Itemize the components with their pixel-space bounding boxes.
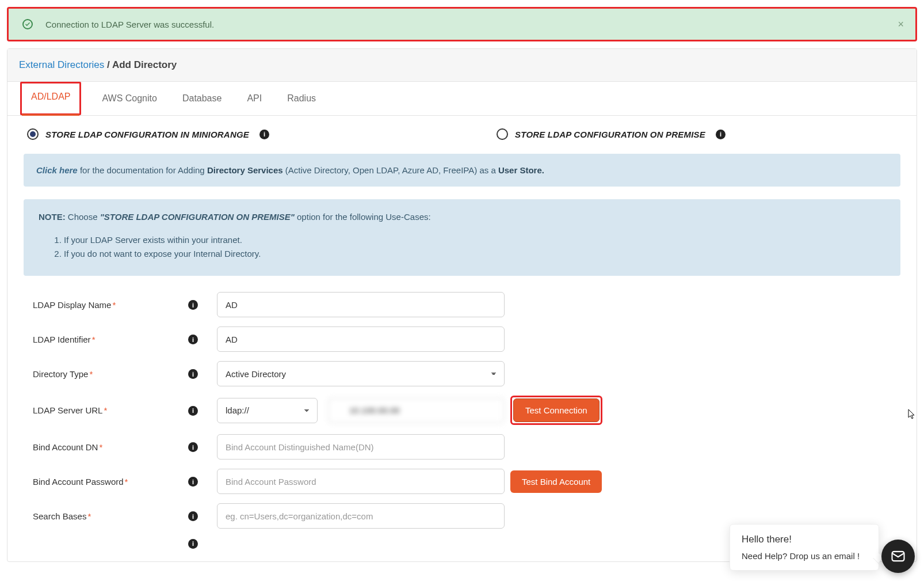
row-directory-type: Directory Type* i Active Directory	[24, 361, 900, 386]
row-bind-pw: Bind Account Password* i Test Bind Accou…	[24, 469, 900, 494]
input-bind-dn[interactable]	[217, 434, 505, 460]
radio-icon[interactable]	[27, 128, 39, 140]
note-banner: NOTE: Choose "STORE LDAP CONFIGURATION O…	[24, 199, 900, 276]
test-connection-highlight: Test Connection	[510, 396, 602, 425]
panel-header: External Directories / Add Directory	[7, 49, 917, 82]
chat-line-1: Hello there!	[742, 534, 867, 545]
note-item: If you do not want to expose your Intern…	[64, 247, 885, 261]
breadcrumb-sep: /	[104, 59, 112, 70]
info-icon[interactable]: i	[188, 511, 198, 521]
label-server-url: LDAP Server URL*	[33, 405, 182, 415]
label-directory-type: Directory Type*	[33, 369, 182, 379]
select-directory-type[interactable]: Active Directory	[217, 361, 505, 386]
chat-tooltip: Hello there! Need Help? Drop us an email…	[730, 524, 879, 569]
tab-ad-ldap[interactable]: AD/LDAP	[20, 82, 81, 115]
radio-miniorange[interactable]: STORE LDAP CONFIGURATION IN MINIORANGE i	[27, 128, 269, 140]
directory-panel: External Directories / Add Directory AD/…	[7, 48, 917, 562]
radio-icon[interactable]	[497, 128, 508, 140]
tab-database[interactable]: Database	[178, 82, 227, 115]
tab-bar: AD/LDAP AWS Cognito Database API Radius	[7, 82, 917, 116]
row-bind-dn: Bind Account DN* i	[24, 434, 900, 460]
radio-on-premise-label: STORE LDAP CONFIGURATION ON PREMISE	[515, 130, 705, 139]
tab-api[interactable]: API	[242, 82, 266, 115]
radio-miniorange-label: STORE LDAP CONFIGURATION IN MINIORANGE	[45, 130, 249, 139]
click-here-link[interactable]: Click here	[36, 165, 78, 175]
label-identifier: LDAP Identifier*	[33, 335, 182, 344]
close-icon[interactable]: ×	[898, 18, 904, 31]
breadcrumb-parent[interactable]: External Directories	[19, 59, 104, 70]
info-icon[interactable]: i	[188, 539, 198, 549]
test-bind-button[interactable]: Test Bind Account	[510, 470, 602, 493]
radio-on-premise[interactable]: STORE LDAP CONFIGURATION ON PREMISE i	[497, 128, 726, 140]
label-display-name: LDAP Display Name*	[33, 300, 182, 310]
note-choose: Choose	[66, 212, 100, 222]
input-bind-pw[interactable]	[217, 469, 505, 494]
input-search-bases[interactable]	[217, 503, 505, 529]
config-location-radios: STORE LDAP CONFIGURATION IN MINIORANGE i…	[24, 128, 900, 140]
label-search-bases: Search Bases*	[33, 511, 182, 521]
cursor-icon	[908, 409, 916, 422]
select-protocol[interactable]: ldap://	[217, 398, 318, 423]
row-identifier: LDAP Identifier* i	[24, 326, 900, 352]
note-label: NOTE:	[39, 212, 66, 222]
banner-text: (Active Directory, Open LDAP, Azure AD, …	[283, 165, 498, 175]
breadcrumb-current: Add Directory	[112, 59, 177, 70]
note-tail: option for the following Use-Cases:	[295, 212, 431, 222]
tab-radius[interactable]: Radius	[282, 82, 320, 115]
note-item: If your LDAP Server exists within your i…	[64, 233, 885, 247]
doc-info-banner: Click here for the documentation for Add…	[24, 154, 900, 187]
banner-strong: User Store.	[498, 165, 544, 175]
input-display-name[interactable]	[217, 292, 505, 317]
info-icon[interactable]: i	[259, 130, 269, 139]
tab-aws-cognito[interactable]: AWS Cognito	[97, 82, 161, 115]
chat-fab-button[interactable]	[881, 540, 915, 569]
row-display-name: LDAP Display Name* i	[24, 292, 900, 317]
chat-line-2: Need Help? Drop us an email !	[742, 551, 867, 561]
row-server-url: LDAP Server URL* i ldap:// Test Connecti…	[24, 396, 900, 425]
label-bind-dn: Bind Account DN*	[33, 442, 182, 452]
alert-message: Connection to LDAP Server was successful…	[45, 20, 214, 29]
banner-text: for the documentation for Adding	[78, 165, 207, 175]
note-list: If your LDAP Server exists within your i…	[64, 233, 885, 261]
check-circle-icon	[22, 19, 33, 29]
test-connection-button[interactable]: Test Connection	[513, 398, 600, 422]
banner-strong: Directory Services	[207, 165, 283, 175]
info-icon[interactable]: i	[188, 442, 198, 452]
input-identifier[interactable]	[217, 326, 505, 352]
info-icon[interactable]: i	[716, 130, 726, 139]
input-server-host[interactable]	[328, 398, 505, 423]
breadcrumb: External Directories / Add Directory	[19, 59, 905, 71]
info-icon[interactable]: i	[188, 477, 198, 487]
mail-icon	[890, 548, 906, 564]
info-icon[interactable]: i	[188, 300, 198, 310]
success-alert: Connection to LDAP Server was successful…	[7, 7, 917, 41]
label-bind-pw: Bind Account Password*	[33, 477, 182, 487]
info-icon[interactable]: i	[188, 406, 198, 416]
panel-body: STORE LDAP CONFIGURATION IN MINIORANGE i…	[7, 116, 917, 561]
info-icon[interactable]: i	[188, 335, 198, 344]
note-quote: "STORE LDAP CONFIGURATION ON PREMISE"	[100, 212, 295, 222]
info-icon[interactable]: i	[188, 369, 198, 379]
